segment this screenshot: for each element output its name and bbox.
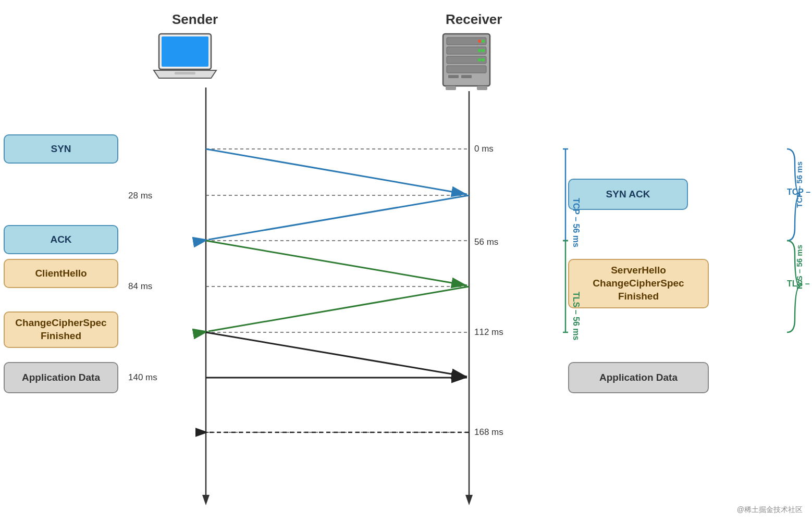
- svg-rect-14: [448, 75, 459, 78]
- time-56: 56 ms: [474, 237, 498, 247]
- sender-icon: [151, 31, 219, 91]
- ack-box: ACK: [4, 225, 118, 254]
- time-84: 84 ms: [128, 281, 152, 292]
- svg-line-35: [206, 149, 467, 194]
- change-cipher-left-box: ChangeCipherSpecFinished: [4, 311, 118, 348]
- time-112: 112 ms: [474, 327, 503, 338]
- sender-label: Sender: [172, 11, 218, 28]
- diagram: Sender Receiver: [0, 0, 812, 524]
- svg-rect-16: [446, 86, 456, 90]
- svg-line-37: [206, 241, 467, 285]
- svg-rect-1: [162, 36, 208, 67]
- client-hello-box: ClientHello: [4, 259, 118, 288]
- server-hello-box: ServerHelloChangeCipherSpecFinished: [568, 259, 709, 308]
- watermark: @稀土掘金技术社区: [737, 505, 803, 515]
- tls-bracket-label: TLS – 56 ms: [795, 245, 804, 291]
- time-0: 0 ms: [474, 144, 494, 154]
- svg-marker-27: [465, 495, 473, 505]
- svg-rect-2: [175, 72, 195, 74]
- svg-rect-7: [447, 66, 486, 73]
- svg-rect-15: [461, 75, 472, 78]
- svg-line-36: [208, 195, 469, 240]
- svg-point-13: [482, 58, 485, 61]
- svg-line-38: [208, 286, 469, 331]
- time-168: 168 ms: [474, 427, 503, 438]
- syn-box: SYN: [4, 134, 118, 164]
- svg-point-12: [478, 58, 481, 61]
- app-data-right-box: Application Data: [568, 362, 709, 393]
- syn-ack-box: SYN ACK: [568, 179, 688, 210]
- app-data-left-box: Application Data: [4, 362, 118, 393]
- svg-rect-17: [477, 86, 487, 90]
- receiver-icon: [433, 31, 500, 96]
- svg-marker-25: [202, 495, 210, 505]
- tcp-bracket-label: TCP – 56 ms: [795, 161, 804, 208]
- time-28: 28 ms: [128, 191, 152, 201]
- svg-point-10: [478, 49, 481, 52]
- time-140: 140 ms: [128, 372, 157, 383]
- svg-point-9: [482, 40, 485, 43]
- svg-point-11: [482, 49, 485, 52]
- svg-point-8: [478, 40, 481, 43]
- svg-line-39: [206, 332, 467, 377]
- receiver-label: Receiver: [446, 11, 502, 28]
